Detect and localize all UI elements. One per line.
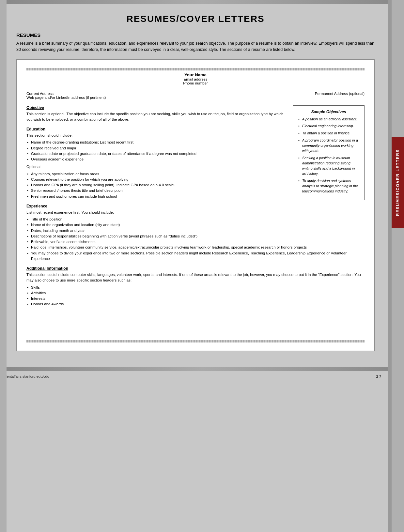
education-intro: This section should include:: [26, 133, 287, 138]
side-tab-label: RESUMES/COVER LETTERS: [396, 149, 400, 216]
list-item: Senior research/honors thesis title and …: [26, 188, 287, 193]
list-item: Freshmen and sophomores can include high…: [26, 194, 287, 199]
intro-text: A resume is a brief summary of your qual…: [16, 40, 375, 53]
resume-email: Email address: [26, 77, 365, 81]
current-address-label: Current Address: [26, 92, 106, 96]
list-item: Graduation date or projected graduation …: [26, 151, 287, 157]
list-item: Believable, verifiable accomplishments: [26, 239, 365, 245]
objective-text: This section is optional. The objective …: [26, 111, 287, 123]
objective-col-left: Objective This section is optional. The …: [26, 105, 287, 204]
page-footer: studentaffairs.stanford.edu/cdc 2 7: [0, 371, 404, 382]
objective-title: Objective: [26, 105, 287, 110]
list-item: Skills: [26, 285, 365, 290]
permanent-address-label: Permanent Address (optional): [315, 92, 365, 96]
experience-section: Experience List most recent experience f…: [26, 204, 365, 262]
page-title: RESUMES/COVER LETTERS: [16, 14, 375, 24]
resume-name: Your Name: [26, 72, 365, 77]
sample-objectives-list: A position as an editorial assistant.Ele…: [298, 117, 360, 194]
sample-objectives-title: Sample Objectives: [298, 110, 360, 114]
right-border-inner: [388, 0, 392, 532]
doc-top-bar: [26, 68, 365, 70]
left-border: [0, 0, 7, 532]
list-item: Paid jobs, internships, volunteer commun…: [26, 245, 365, 250]
experience-bullets: Title of the positionName of the organiz…: [26, 217, 365, 262]
list-item: You may choose to divide your experience…: [26, 251, 365, 262]
sample-objectives-col: Sample Objectives A position as an edito…: [293, 105, 365, 200]
list-item: Seeking a position in museum administrat…: [298, 156, 360, 176]
address-left: Current Address Web page and/or LinkedIn…: [26, 92, 106, 99]
address-right: Permanent Address (optional): [315, 92, 365, 99]
main-content: RESUMES/COVER LETTERS RESUMES A resume i…: [10, 4, 381, 367]
education-title: Education: [26, 127, 287, 131]
objective-section: Objective This section is optional. The …: [26, 105, 287, 123]
education-optional-bullets: Any minors, specialization or focus area…: [26, 171, 287, 199]
address-row: Current Address Web page and/or LinkedIn…: [26, 92, 365, 99]
list-item: Courses relevant to the position for whi…: [26, 177, 287, 182]
list-item: Name of the degree-granting institutions…: [26, 140, 287, 145]
bottom-border: [0, 367, 404, 371]
list-item: To apply decision and systems analysis t…: [298, 178, 360, 194]
education-section: Education This section should include: N…: [26, 127, 287, 199]
objective-section-row: Objective This section is optional. The …: [26, 105, 365, 204]
additional-info-text: This section could include computer skil…: [26, 272, 365, 283]
doc-bottom-bar: [26, 340, 365, 342]
list-item: Activities: [26, 290, 365, 296]
list-item: Electrical engineering internship.: [298, 124, 360, 129]
list-item: Any minors, specialization or focus area…: [26, 171, 287, 177]
resumes-heading: RESUMES: [16, 32, 375, 38]
list-item: Dates, including month and year: [26, 228, 365, 234]
additional-info-section: Additional Information This section coul…: [26, 266, 365, 307]
list-item: To obtain a position in finance.: [298, 131, 360, 136]
document-box: Your Name Email address Phone number Cur…: [16, 59, 375, 351]
spacer: [26, 312, 365, 338]
education-optional-label: Optional:: [26, 164, 287, 170]
list-item: Overseas academic experience: [26, 157, 287, 162]
list-item: Interests: [26, 296, 365, 301]
web-address: Web page and/or LinkedIn address (if per…: [26, 96, 106, 99]
additional-info-bullets: SkillsActivitiesInterestsHonors and Awar…: [26, 285, 365, 307]
top-border: [0, 0, 404, 4]
education-bullets: Name of the degree-granting institutions…: [26, 140, 287, 162]
sample-objectives-box: Sample Objectives A position as an edito…: [293, 105, 365, 200]
side-tab: RESUMES/COVER LETTERS: [392, 137, 404, 228]
experience-intro: List most recent experience first. You s…: [26, 210, 365, 215]
resume-header: Your Name Email address Phone number: [26, 72, 365, 85]
list-item: A position as an editorial assistant.: [298, 117, 360, 122]
list-item: Title of the position: [26, 217, 365, 222]
resume-phone: Phone number: [26, 81, 365, 85]
list-item: Degree received and major: [26, 145, 287, 151]
list-item: Honors and GPA (if they are a strong sel…: [26, 182, 287, 188]
list-item: Name of the organization and location (c…: [26, 222, 365, 228]
experience-title: Experience: [26, 204, 365, 208]
page-wrapper: RESUMES/COVER LETTERS RESUMES/COVER LETT…: [0, 0, 404, 532]
list-item: Descriptions of responsibilities beginni…: [26, 234, 365, 239]
list-item: A program coordinator position in a comm…: [298, 138, 360, 154]
list-item: Honors and Awards: [26, 301, 365, 307]
additional-info-title: Additional Information: [26, 266, 365, 271]
footer-page: 2 7: [376, 374, 381, 378]
footer-url: studentaffairs.stanford.edu/cdc: [0, 374, 49, 378]
right-border-outer: [392, 0, 404, 532]
